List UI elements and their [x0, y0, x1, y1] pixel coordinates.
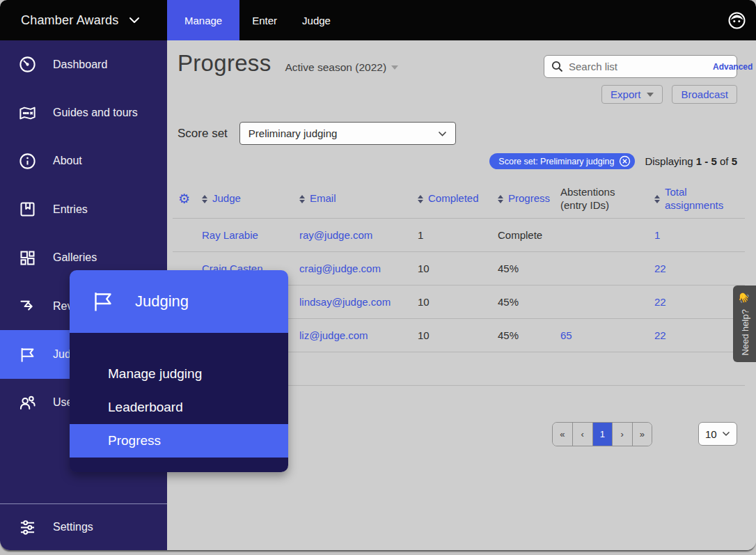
- completed-cell: 1: [411, 219, 491, 251]
- broadcast-button[interactable]: Broadcast: [672, 85, 737, 104]
- progress-cell: [491, 352, 553, 385]
- sidebar-item-about[interactable]: About: [0, 137, 167, 185]
- broadcast-button-label: Broadcast: [681, 88, 728, 100]
- users-icon: [18, 393, 38, 412]
- sidebar-item-label: Galleries: [53, 251, 97, 264]
- flyout-item-manage-judging[interactable]: Manage judging: [70, 357, 288, 391]
- search-icon: [551, 61, 563, 72]
- judge-email-link[interactable]: craig@judge.com: [292, 252, 411, 285]
- total-assignments-link[interactable]: 22: [647, 319, 745, 352]
- flyout-item-progress[interactable]: Progress: [70, 424, 288, 458]
- caret-down-icon: [647, 93, 654, 97]
- sidebar-item-label: Dashboard: [53, 58, 107, 71]
- table-header-row: ⚙ Judge Email Completed: [173, 180, 745, 218]
- bookmark-icon: [18, 200, 38, 219]
- sidebar-item-guides-and-tours[interactable]: Guides and tours: [0, 88, 167, 136]
- table-settings-gear-icon[interactable]: ⚙: [178, 192, 190, 205]
- caret-down-icon: [391, 65, 398, 70]
- total-assignments-link[interactable]: [647, 352, 745, 385]
- filter-chip[interactable]: Score set: Preliminary judging: [489, 153, 635, 169]
- table-row: Ray Larabie ray@judge.com 1 Complete 1: [173, 218, 745, 251]
- progress-cell: 45%: [491, 319, 553, 352]
- brand-label: Chamber Awards: [21, 13, 119, 28]
- judge-email-link[interactable]: ray@judge.com: [292, 219, 411, 251]
- column-header-judge[interactable]: Judge: [195, 180, 292, 218]
- completed-cell: 10: [411, 319, 491, 352]
- waving-hand-icon: 👋: [739, 292, 750, 304]
- sort-icon: [202, 195, 207, 203]
- tab-enter[interactable]: Enter: [239, 0, 290, 40]
- abstentions-cell: [553, 219, 647, 251]
- judge-email-link[interactable]: [292, 352, 411, 385]
- sidebar-item-label: Settings: [53, 521, 93, 533]
- progress-cell: 45%: [491, 286, 553, 318]
- sidebar-item-label: About: [53, 155, 82, 167]
- chevron-down-icon: [722, 431, 730, 437]
- progress-cell: 45%: [491, 252, 553, 285]
- pagination-first-button[interactable]: «: [553, 423, 573, 446]
- sort-icon: [418, 195, 423, 203]
- chevron-down-icon: [438, 131, 447, 136]
- total-assignments-link[interactable]: 22: [647, 252, 745, 285]
- total-assignments-link[interactable]: 1: [647, 219, 745, 251]
- column-header-email[interactable]: Email: [292, 180, 411, 218]
- tab-judge[interactable]: Judge: [290, 0, 343, 40]
- review-arrow-icon: [18, 297, 38, 316]
- season-label: Active season (2022): [285, 61, 386, 74]
- score-set-select[interactable]: Preliminary judging: [239, 122, 456, 145]
- sidebar-item-label: Guides and tours: [53, 107, 138, 119]
- column-header-progress[interactable]: Progress: [491, 180, 553, 218]
- column-header-abstentions: Abstentions (entry IDs): [553, 180, 647, 218]
- pagination-next-button[interactable]: ›: [612, 423, 632, 446]
- sidebar-item-label: Entries: [53, 203, 88, 216]
- judge-email-link[interactable]: liz@judge.com: [292, 319, 411, 352]
- filter-chip-label: Score set: Preliminary judging: [498, 157, 614, 166]
- sidebar-item-settings[interactable]: Settings: [0, 504, 167, 550]
- completed-cell: [411, 352, 491, 385]
- total-assignments-link[interactable]: 22: [647, 286, 745, 318]
- dashboard-icon: [18, 55, 38, 75]
- need-help-label: Need help?: [739, 309, 750, 356]
- page-size-value: 10: [705, 428, 717, 440]
- export-button[interactable]: Export: [601, 85, 663, 104]
- topbar-tabs: Manage Enter Judge: [167, 0, 343, 40]
- sidebar-item-dashboard[interactable]: Dashboard: [0, 40, 167, 88]
- topbar: Chamber Awards Manage Enter Judge: [0, 0, 756, 40]
- judge-name-link[interactable]: Ray Larabie: [195, 219, 292, 251]
- flyout-title: Judging: [135, 292, 189, 311]
- column-header-total-assignments[interactable]: Total assignments: [647, 180, 745, 218]
- pagination: « ‹ 1 › »: [552, 422, 653, 446]
- judging-flyout-menu: Judging Manage judging Leaderboard Progr…: [70, 270, 288, 472]
- account-avatar-icon[interactable]: [727, 0, 746, 40]
- grid-icon: [18, 248, 38, 267]
- pagination-prev-button[interactable]: ‹: [572, 423, 592, 446]
- chevron-down-icon: [129, 17, 140, 24]
- tab-manage[interactable]: Manage: [167, 0, 239, 40]
- sort-icon: [299, 195, 305, 203]
- sort-icon: [654, 195, 660, 203]
- displaying-text: Displaying 1 - 5 of 5: [645, 155, 737, 167]
- flyout-item-leaderboard[interactable]: Leaderboard: [70, 391, 288, 424]
- flyout-header-judging[interactable]: Judging: [70, 270, 288, 333]
- season-selector[interactable]: Active season (2022): [285, 61, 398, 74]
- page-title: Progress: [178, 50, 271, 77]
- abstentions-cell: [553, 352, 647, 385]
- sidebar-item-entries[interactable]: Entries: [0, 185, 167, 233]
- search-input[interactable]: [569, 61, 707, 72]
- pagination-last-button[interactable]: »: [632, 423, 652, 446]
- column-header-completed[interactable]: Completed: [411, 180, 491, 218]
- abstentions-cell: [553, 286, 647, 318]
- need-help-tab[interactable]: Need help? 👋: [733, 286, 756, 362]
- flag-icon: [18, 345, 38, 364]
- advanced-search-link[interactable]: Advanced: [713, 62, 753, 72]
- score-set-label: Score set: [178, 127, 228, 141]
- brand-menu[interactable]: Chamber Awards: [0, 0, 167, 40]
- search-box: Advanced: [544, 55, 737, 78]
- sidebar-footer: Settings: [0, 503, 167, 550]
- score-set-value: Preliminary judging: [249, 127, 338, 139]
- flyout-body: Manage judging Leaderboard Progress: [70, 333, 288, 472]
- judge-email-link[interactable]: lindsay@judge.com: [292, 286, 411, 318]
- page-size-select[interactable]: 10: [698, 422, 737, 446]
- chip-close-icon[interactable]: [619, 155, 631, 167]
- pagination-page-1-button[interactable]: 1: [592, 423, 613, 446]
